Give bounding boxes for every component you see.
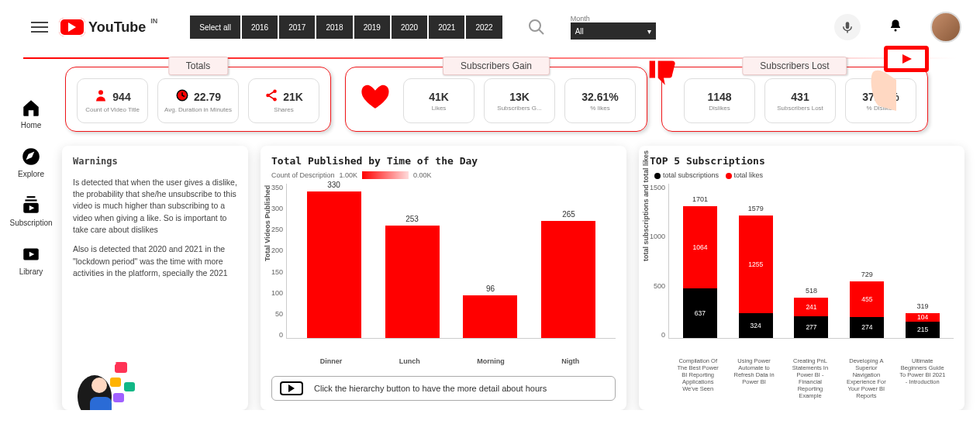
panels-row: Warnings Is detected that when the user … [62,146,964,410]
sidebar-item-explore[interactable]: Explore [18,147,44,178]
youtube-logo[interactable]: YouTube IN [59,18,156,36]
time-chart-panel: Total Published by Time of the Day Count… [261,146,626,410]
totals-title: Totals [168,57,228,75]
svg-point-17 [91,378,107,393]
thumb-down-icon [647,57,681,91]
top-bar: YouTube IN Select all 2016 2017 2018 201… [0,0,980,54]
x-axis-labels: DinnerLunchMorningNigth [271,354,616,365]
top5-title: TOP 5 Subscriptions [650,155,954,167]
warnings-title: Warnings [73,155,237,168]
year-2016[interactable]: 2016 [242,16,278,39]
svg-rect-20 [110,378,121,387]
year-select-all[interactable]: Select all [190,16,240,39]
share-icon [264,88,278,105]
svg-rect-22 [113,393,124,402]
svg-rect-7 [27,196,36,198]
y-axis-ticks: 350300250200150100500 [271,184,286,339]
time-bar-chart[interactable]: Total Videos Published 35030025020015010… [271,184,616,354]
home-icon [21,98,41,118]
heart-icon [357,78,394,116]
lost-card: Subscribers Lost 1148 Dislikes 431 Subsc… [661,67,928,132]
stack-bar[interactable]: 319104215 [906,313,940,338]
search-icon[interactable] [524,15,549,40]
kpi-subs-gain: 13K Subscribers G... [484,78,555,123]
svg-point-0 [530,20,540,31]
play-icon[interactable] [280,381,303,395]
year-2017[interactable]: 2017 [279,16,315,39]
subscription-icon [21,195,41,216]
month-dropdown[interactable]: All [571,22,656,40]
gain-title: Subscribers Gain [443,57,550,75]
svg-point-4 [895,29,897,32]
kpi-shares: 21K Shares [248,78,319,123]
sidebar-label: Library [19,267,43,276]
kpi-likes: 41K Likes [403,78,474,123]
lost-title: Subscribers Lost [742,57,847,75]
warnings-panel: Warnings Is detected that when the user … [62,146,248,410]
play-icon [59,18,85,36]
svg-rect-2 [846,22,850,29]
bar[interactable]: 330 [307,191,361,338]
y-axis-ticks: 150010005000 [650,184,668,339]
sidebar-item-home[interactable]: Home [21,98,42,129]
svg-rect-6 [25,199,36,201]
sidebar-label: Home [21,121,42,129]
time-chart-footer: Click the hierarchy button to have the m… [271,376,616,401]
totals-card: Totals 944 Count of Video Title 22.79 Av… [65,67,331,132]
stack-bar[interactable]: 518241277 [794,298,828,338]
region-text: IN [150,17,157,25]
month-label: Month [571,15,656,22]
y-axis-label: total subscriptions and total likes [642,150,650,261]
clock-icon [175,88,189,105]
kpi-dislikes: 1148 Dislikes [684,78,755,123]
year-2018[interactable]: 2018 [316,16,352,39]
stacks-area: 1701106463715791255324518241277729455274… [668,184,954,339]
kpi-video-count: 944 Count of Video Title [77,78,148,123]
warnings-p2: Also is detected that 2020 and 2021 in t… [73,243,237,279]
year-filter-bar: Select all 2016 2017 2018 2019 2020 2021… [190,16,502,39]
footer-text: Click the hierarchy button to have the m… [314,384,547,393]
sidebar-item-library[interactable]: Library [19,244,43,276]
kpi-subs-lost: 431 Subscribers Lost [764,78,836,123]
sidebar-item-subscription[interactable]: Subscription [9,195,52,227]
bar[interactable]: 265 [541,221,595,338]
bar[interactable]: 96 [463,295,517,338]
explore-icon [21,147,41,167]
sidebar: Home Explore Subscription Library [0,67,62,410]
x-axis-labels: Compilation Of The Best Power BI Reporti… [650,354,954,399]
phone-hand-illustration [868,44,938,129]
hamburger-menu[interactable] [31,22,48,33]
year-2019[interactable]: 2019 [354,16,390,39]
bell-icon[interactable] [889,19,902,36]
header-actions [834,12,961,43]
year-2020[interactable]: 2020 [392,16,427,39]
time-chart-legend: Count of Description 1.00K 0.00K [271,171,616,179]
y-axis-label: Total Videos Published [264,185,271,261]
summary-row: Totals 944 Count of Video Title 22.79 Av… [62,67,964,132]
stack-bar[interactable]: 17011064637 [683,206,717,338]
sidebar-label: Explore [18,170,44,178]
legend-dot-subs [654,173,661,179]
warnings-p1: Is detected that when the user gives a d… [73,177,237,236]
kpi-pct-likes: 32.61% % likes [564,78,636,123]
person-icon [94,88,108,105]
top5-chart[interactable]: total subscriptions and total likes 1500… [650,184,954,354]
svg-rect-21 [124,382,135,391]
bars-area: 33025396265 [286,184,616,339]
brand-text: YouTube [88,19,146,36]
stack-bar[interactable]: 729455274 [850,281,884,338]
gradient-swatch [362,171,409,179]
year-2021[interactable]: 2021 [429,16,464,39]
stack-bar[interactable]: 15791255324 [739,216,773,338]
svg-rect-18 [90,397,112,410]
month-filter: Month All [571,15,656,40]
svg-line-1 [539,29,543,34]
bar[interactable]: 253 [385,226,440,338]
library-icon [21,244,41,264]
year-2022[interactable]: 2022 [466,16,502,39]
mic-icon[interactable] [834,14,861,40]
top5-legend: total subscriptions total likes [650,171,954,179]
sidebar-label: Subscription [9,219,52,227]
avatar[interactable] [930,12,961,43]
social-illustration [67,354,144,410]
